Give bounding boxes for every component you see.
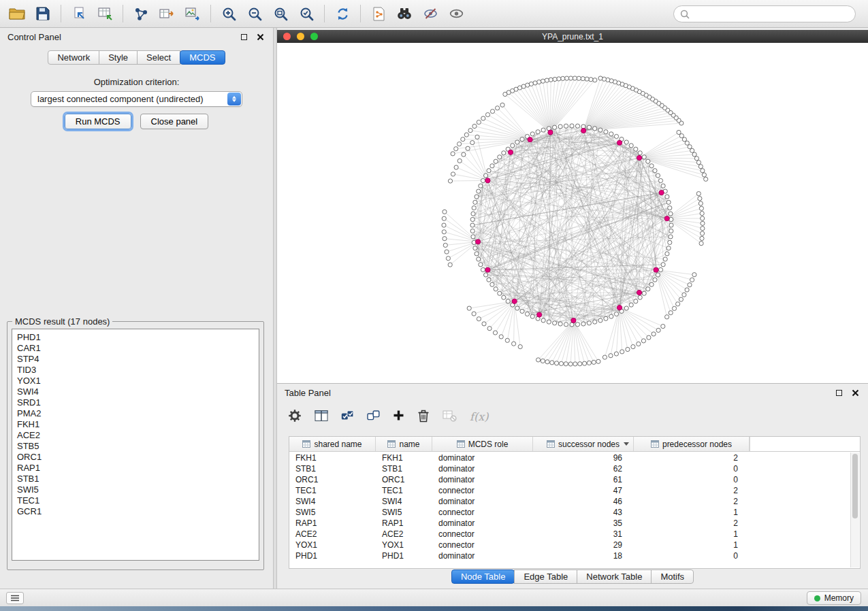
table-scrollbar[interactable] [850,452,859,567]
select-all-button[interactable] [341,410,354,423]
result-node-item[interactable]: FKH1 [17,419,254,430]
network-window-titlebar[interactable]: YPA_prune.txt_1 [277,30,868,43]
cell-name: SWI5 [376,508,432,517]
result-node-item[interactable]: CAR1 [17,343,254,354]
import-network-button[interactable] [66,3,92,24]
network-graph[interactable] [277,43,868,383]
cell-shared-name: TEC1 [289,486,376,495]
tab-network[interactable]: Network [48,50,99,65]
zoom-in-button[interactable] [216,3,242,24]
result-node-item[interactable]: SWI4 [17,386,254,397]
column-header-name[interactable]: name [376,437,432,451]
tab-mcds[interactable]: MCDS [180,50,225,65]
table-scrollbar-thumb[interactable] [852,454,858,518]
search-input[interactable] [694,10,849,19]
result-node-item[interactable]: PHD1 [17,332,254,343]
export-network-button[interactable] [128,3,154,24]
delete-entry-button[interactable] [417,409,430,425]
cell-name: SWI4 [376,497,432,506]
memory-button[interactable]: Memory [807,591,861,605]
result-node-item[interactable]: TID3 [17,365,254,376]
result-node-item[interactable]: RAP1 [17,463,254,474]
sort-arrow-icon[interactable] [624,442,629,446]
zoom-selected-button[interactable] [293,3,319,24]
result-node-item[interactable]: STB1 [17,474,254,484]
cell-mcds-role: connector [432,486,533,495]
import-table-button[interactable] [92,3,118,24]
column-header-predecessor-nodes[interactable]: predecessor nodes [634,437,750,451]
settings-button[interactable] [288,409,302,425]
function-builder-button[interactable]: f(x) [470,410,488,423]
tab-motifs[interactable]: Motifs [651,569,694,584]
run-mcds-button[interactable]: Run MCDS [65,114,131,129]
search-icon [680,10,690,19]
clear-entries-button[interactable] [443,410,457,424]
result-node-item[interactable]: STP4 [17,354,254,365]
tab-edge-table[interactable]: Edge Table [514,569,577,584]
result-node-item[interactable]: YOX1 [17,376,254,386]
table-row[interactable]: RAP1RAP1dominator352 [289,518,860,529]
export-table-button[interactable] [154,3,180,24]
zoom-fit-button[interactable] [268,3,293,24]
column-label: name [399,440,419,449]
optimization-dropdown[interactable]: largest connected component (undirected) [31,91,242,107]
result-node-item[interactable]: SRD1 [17,397,254,408]
tab-style[interactable]: Style [99,50,138,65]
add-entry-button[interactable] [393,410,404,423]
share-document-button[interactable] [366,3,391,24]
result-node-item[interactable]: GCR1 [17,506,254,517]
table-row[interactable]: SWI5SWI5connector431 [289,507,860,518]
table-row[interactable]: TEC1TEC1connector472 [289,485,860,496]
table-row[interactable]: PHD1PHD1dominator180 [289,550,860,561]
tab-network-table[interactable]: Network Table [577,569,652,584]
result-node-item[interactable]: SWI5 [17,484,254,495]
table-row[interactable]: SWI4SWI4dominator462 [289,496,860,507]
table-row[interactable]: YOX1YOX1connector291 [289,540,860,550]
tab-node-table[interactable]: Node Table [451,569,515,584]
close-panel-icon[interactable] [255,32,266,42]
column-label: successor nodes [558,440,620,449]
show-graphics-button[interactable] [443,3,469,24]
toolbar-icon-group [4,3,469,24]
column-type-icon [457,440,465,448]
save-session-button[interactable] [30,3,56,24]
cell-shared-name: RAP1 [289,518,376,528]
table-row[interactable]: FKH1FKH1dominator962 [289,452,860,463]
cell-name: ACE2 [376,529,432,539]
zoom-out-button[interactable] [242,3,268,24]
search-network-button[interactable] [391,3,417,24]
close-table-panel-icon[interactable] [850,388,861,398]
deselect-all-button[interactable] [367,410,380,423]
search-network-icon [397,7,412,20]
column-header-successor-nodes[interactable]: successor nodes [533,437,634,451]
table-row[interactable]: ACE2ACE2connector311 [289,529,860,540]
export-image-button[interactable] [180,3,206,24]
result-node-item[interactable]: PMA2 [17,408,254,419]
network-canvas[interactable] [277,43,868,383]
result-node-item[interactable]: ORC1 [17,452,254,463]
cell-successor-nodes: 62 [533,464,634,474]
close-panel-button[interactable]: Close panel [140,114,209,129]
float-table-panel-icon[interactable] [834,388,844,398]
open-session-icon [9,7,25,20]
column-header-mcds-role[interactable]: MCDS role [432,437,533,451]
choose-columns-button[interactable] [315,410,328,424]
refresh-layout-button[interactable] [329,3,355,24]
result-node-item[interactable]: STB5 [17,441,254,452]
table-row[interactable]: ORC1ORC1dominator610 [289,474,860,485]
hide-graphics-button[interactable] [417,3,443,24]
result-node-item[interactable]: TEC1 [17,495,254,506]
cell-successor-nodes: 47 [533,486,634,495]
result-node-item[interactable]: ACE2 [17,430,254,441]
float-panel-icon[interactable] [239,32,249,42]
control-panel-title: Control Panel [7,32,61,42]
tab-select[interactable]: Select [137,50,180,65]
status-menu-button[interactable] [6,592,24,604]
cell-predecessor-nodes: 2 [634,497,750,506]
memory-label: Memory [824,593,854,603]
table-toolbar: f(x) [288,404,488,429]
open-session-button[interactable] [4,3,30,24]
column-label: shared name [314,440,361,449]
column-header-shared-name[interactable]: shared name [289,437,376,451]
table-row[interactable]: STB1STB1dominator620 [289,463,860,474]
